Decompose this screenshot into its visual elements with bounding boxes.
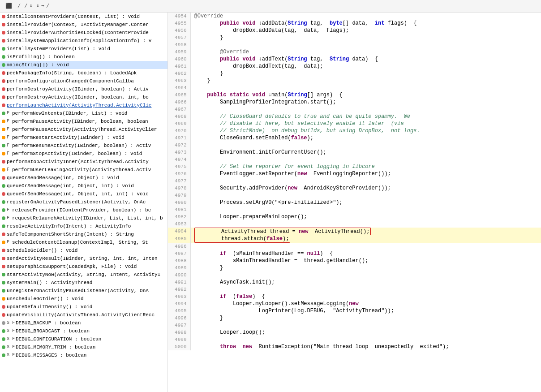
method-item[interactable]: FperformPauseActivity(ActivityThread.Act… [0,125,167,134]
method-list-panel[interactable]: installContentProviders(Context, List) :… [0,13,168,392]
code-content [190,322,541,329]
method-indicator [2,297,5,301]
line-number: 4969 [168,120,190,127]
code-row: 4980 Process.setArgV0("<pre-initialized>… [168,199,541,206]
method-text: unscheduleGcIdler() : void [7,295,84,302]
method-item[interactable]: FperformPauseActivity(IBinder, boolean, … [0,117,167,125]
method-item[interactable]: S FDEBUG_CONFIGURATION : boolean [0,335,167,343]
method-item[interactable]: unregisterOnActivityPausedListener(Activ… [0,287,167,295]
code-row: 4982 Looper.prepareMainLooper(); [168,213,541,220]
method-item[interactable]: unscheduleGcIdler() : void [0,295,167,303]
code-row: 4994 Looper.myLooper().setMessageLogging… [168,300,541,307]
method-item[interactable]: FperformUserLeavingActivity(ActivityThre… [0,166,167,174]
code-row: 4988 sMainThreadHandler = thread.getHand… [168,257,541,264]
method-indicator [2,265,5,268]
code-row: 4991 AsyncTask.init(); [168,279,541,286]
method-indicator [2,337,5,341]
method-indicator [2,321,5,325]
line-number: 4989 [168,264,190,271]
method-item[interactable]: S FDEBUG_MEMORY_TRIM : boolean [0,343,167,351]
method-item[interactable]: safeToComponentShortString(Intent) : Str… [0,230,167,238]
method-indicator [2,128,5,131]
method-text: main(String[]) : void [7,61,69,69]
method-item[interactable]: FreleaseProvider(IContentProvider, boole… [0,206,167,214]
method-item[interactable]: FperformNewIntents(IBinder, List) : void [0,109,167,117]
method-indicator [2,63,5,67]
method-text: performDestroyActivity(IBinder, boolean)… [7,86,149,93]
code-row: 4995 LogPrinter(Log.DEBUG, "ActivityThre… [168,307,541,314]
method-item[interactable]: performLaunchActivity(ActivityThread.Act… [0,101,167,109]
download-icon[interactable]: ⬇ [36,3,39,9]
method-item[interactable]: performConfigurationChanged(ComponentCal… [0,77,167,85]
code-content: } [190,264,541,271]
method-item[interactable]: FperformResumeActivity(IBinder, boolean)… [0,142,167,150]
code-content [190,206,541,213]
forward-icon[interactable]: ➡ [41,3,44,9]
method-item[interactable]: performStopActivityInner(ActivityThread.… [0,158,167,166]
method-item[interactable]: queueOrSendMessage(int, Object, int, int… [0,190,167,198]
method-text: sendActivityResult(IBinder, String, int,… [7,255,158,262]
method-item[interactable]: S FDEBUG_MESSAGES : boolean [0,351,167,359]
method-text: installSystemApplicationInfo(Application… [7,37,151,44]
method-item[interactable]: systemMain() : ActivityThread [0,279,167,287]
method-item[interactable]: FperformStopActivity(IBinder, boolean) :… [0,150,167,158]
line-number: 4978 [168,185,190,192]
code-row: 4976 EventLogger.setReporter(new EventLo… [168,170,541,177]
breadcrumb-slash-4: / [46,3,49,9]
method-item[interactable]: scheduleGcIdler() : void [0,246,167,254]
code-row: 4962 } [168,70,541,77]
method-item[interactable]: updateDefaultDensity() : void [0,303,167,311]
method-indicator [2,152,5,155]
method-item[interactable]: performDestroyActivity(IBinder, boolean,… [0,93,167,101]
method-item[interactable]: installProviderAuthoritiesLocked(IConten… [0,29,167,37]
method-item[interactable]: S FDEBUG_BACKUP : boolean [0,319,167,327]
method-text: scheduleGcIdler() : void [7,247,77,254]
code-content: public void ↓addText(String tag, String … [190,56,541,63]
method-badge: S F [7,352,15,359]
method-indicator [2,31,5,34]
method-item[interactable]: updateVisibility(ActivityThread.Activity… [0,311,167,319]
code-row: 4999 [168,336,541,343]
method-item[interactable]: installSystemApplicationInfo(Application… [0,37,167,45]
method-indicator [2,353,5,357]
method-indicator [2,87,5,91]
code-content: Security.addProvider(new AndroidKeyStore… [190,185,541,192]
method-item[interactable]: queueOrSendMessage(int, Object, int) : v… [0,182,167,190]
method-item[interactable]: main(String[]) : void [0,61,167,69]
method-item[interactable]: isProfiling() : boolean [0,53,167,61]
code-panel[interactable]: 4954@Override4955 public void ↓addData(S… [168,13,541,392]
method-item[interactable]: installProvider(Context, IActivityManage… [0,21,167,29]
method-item[interactable]: FrequestRelaunchActivity(IBinder, List, … [0,214,167,222]
method-text: performDestroyActivity(IBinder, boolean,… [7,94,149,101]
method-item[interactable]: queueOrSendMessage(int, Object) : void [0,174,167,182]
method-item[interactable]: FperformRestartActivity(IBinder) : void [0,134,167,142]
method-item[interactable]: performDestroyActivity(IBinder, boolean)… [0,85,167,93]
code-content: EventLogger.setReporter(new EventLogging… [190,170,541,177]
line-number: 4996 [168,314,190,322]
method-item[interactable]: startActivityNow(Activity, String, Inten… [0,271,167,279]
method-item[interactable]: sendActivityResult(IBinder, String, int,… [0,254,167,263]
code-content [190,106,541,113]
method-text: queueOrSendMessage(int, Object, int, int… [7,190,149,198]
code-row: 4955 public void ↓addData(String tag, by… [168,20,541,27]
highlight-border-box: ActivityThread thread = new ActivityThre… [194,228,371,235]
line-number: 4970 [168,127,190,134]
method-item[interactable]: registerOnActivityPausedListener(Activit… [0,198,167,206]
method-item[interactable]: setupGraphicsSupport(LoadedApk, File) : … [0,263,167,271]
method-item[interactable]: installContentProviders(Context, List) :… [0,13,167,21]
method-item[interactable]: resolveActivityInfo(Intent) : ActivityIn… [0,222,167,230]
method-item[interactable]: S FDEBUG_BROADCAST : boolean [0,327,167,335]
code-content [190,41,541,48]
method-indicator [2,200,5,204]
code-row: 4957 } [168,34,541,41]
code-content: if (sMainThreadHandler == null) { [190,250,541,257]
method-item[interactable]: FscheduleContextCleanup(ContextImpl, Str… [0,238,167,246]
method-badge: F [7,134,11,141]
code-row: 4970 // StrictMode) on debug builds, but… [168,127,541,134]
method-badge: S F [7,344,15,351]
code-row: 4979 [168,192,541,199]
line-number: 4997 [168,322,190,329]
method-item[interactable]: installSystemProviders(List) : void [0,45,167,53]
method-item[interactable]: peekPackageInfo(String, boolean) : Loade… [0,69,167,77]
method-badge: F [7,110,11,117]
